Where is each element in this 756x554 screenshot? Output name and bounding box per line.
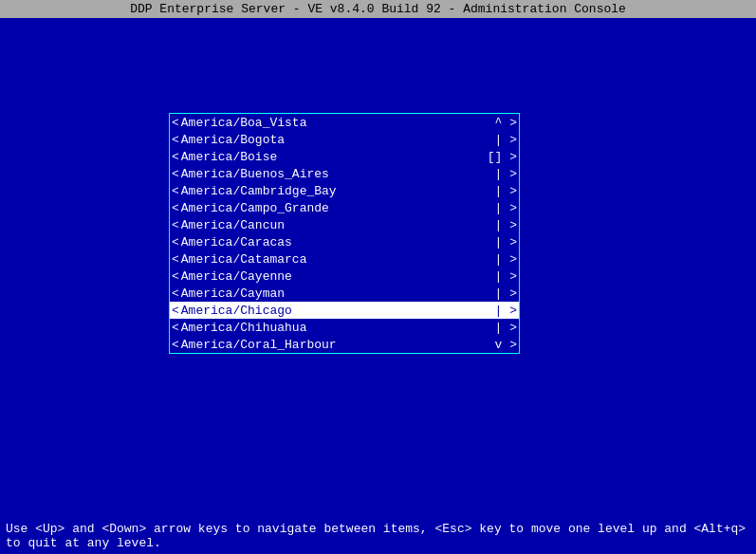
- scroll-indicator: | >: [491, 286, 517, 301]
- scroll-indicator: | >: [491, 184, 517, 198]
- list-item[interactable]: < America/Boise[] >: [170, 148, 519, 165]
- list-item-text: America/Cayenne: [181, 269, 491, 284]
- list-item-text: America/Cancun: [181, 218, 491, 232]
- scroll-indicator: ^ >: [491, 116, 517, 130]
- list-item[interactable]: < America/Chicago| >: [170, 302, 519, 319]
- list-item[interactable]: < America/Boa_Vista^ >: [170, 114, 519, 131]
- scroll-indicator: | >: [491, 167, 517, 181]
- list-item[interactable]: < America/Chihuahua| >: [170, 319, 519, 336]
- list-item-text: America/Boa_Vista: [181, 116, 491, 130]
- list-item[interactable]: < America/Caracas| >: [170, 233, 519, 250]
- list-item-text: America/Bogota: [181, 133, 491, 147]
- scroll-indicator: | >: [491, 269, 517, 284]
- title-bar: DDP Enterprise Server - VE v8.4.0 Build …: [0, 0, 756, 18]
- scroll-indicator: | >: [491, 304, 517, 318]
- title-text: DDP Enterprise Server - VE v8.4.0 Build …: [130, 2, 626, 16]
- scroll-indicator: | >: [491, 201, 517, 215]
- scroll-indicator: | >: [491, 218, 517, 232]
- list-item[interactable]: < America/Catamarca| >: [170, 250, 519, 268]
- scroll-indicator: | >: [491, 321, 517, 335]
- scroll-indicator: | >: [491, 252, 517, 267]
- list-item[interactable]: < America/Cayenne| >: [170, 268, 519, 285]
- list-item[interactable]: < America/Cayman| >: [170, 285, 519, 302]
- scroll-indicator: v >: [491, 338, 517, 352]
- list-item[interactable]: < America/Bogota| >: [170, 131, 519, 148]
- list-item-text: America/Chicago: [181, 304, 491, 318]
- scroll-indicator: [] >: [484, 150, 517, 164]
- list-item-text: America/Catamarca: [181, 252, 491, 267]
- list-item[interactable]: < America/Cancun| >: [170, 216, 519, 233]
- list-item-text: America/Cayman: [181, 286, 491, 301]
- list-item[interactable]: < America/Buenos_Aires| >: [170, 165, 519, 182]
- list-item-text: America/Coral_Harbour: [181, 338, 491, 352]
- list-container[interactable]: < America/Boa_Vista^ >< America/Bogota| …: [169, 113, 520, 354]
- list-item-text: America/Chihuahua: [181, 321, 491, 335]
- list-item[interactable]: < America/Cambridge_Bay| >: [170, 182, 519, 199]
- status-bar: Use <Up> and <Down> arrow keys to naviga…: [0, 518, 756, 554]
- scroll-indicator: | >: [491, 133, 517, 147]
- list-item-text: America/Buenos_Aires: [181, 167, 491, 181]
- status-text: Use <Up> and <Down> arrow keys to naviga…: [6, 522, 746, 550]
- list-item-text: America/Campo_Grande: [181, 201, 491, 215]
- list-item-text: America/Cambridge_Bay: [181, 184, 491, 198]
- list-item[interactable]: < America/Campo_Grande| >: [170, 199, 519, 216]
- scroll-indicator: | >: [491, 235, 517, 249]
- list-item-text: America/Caracas: [181, 235, 491, 249]
- main-area: < America/Boa_Vista^ >< America/Bogota| …: [0, 18, 756, 513]
- list-item[interactable]: < America/Coral_Harbourv >: [170, 336, 519, 353]
- list-item-text: America/Boise: [181, 150, 484, 164]
